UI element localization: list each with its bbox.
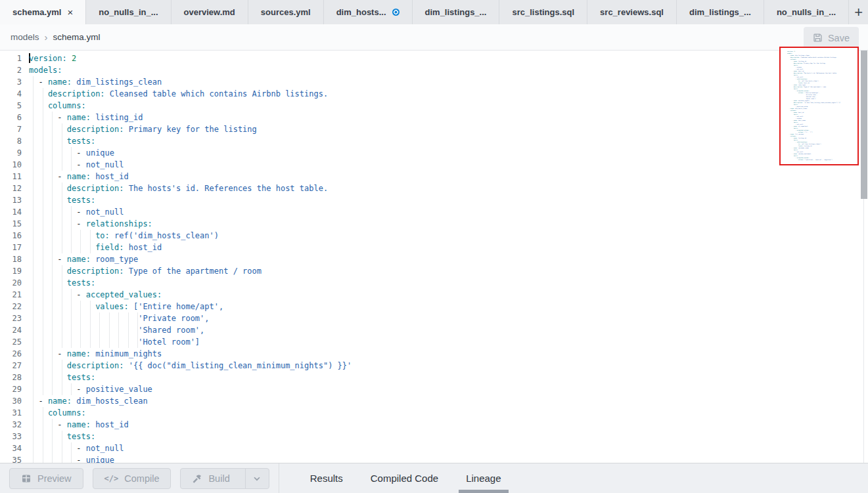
panel-tab-label: Compiled Code: [371, 473, 438, 484]
minimap[interactable]: version: 2models: - name: dim_listings_c…: [779, 47, 859, 165]
line-number: 11: [0, 171, 29, 182]
tab-bar: schema.yml×no_nulls_in_...overview.mdsou…: [0, 0, 868, 24]
code-line: description: The hosts's id. References …: [29, 182, 868, 194]
code-line: - name: room_type: [29, 253, 868, 265]
panel-tab-lineage[interactable]: Lineage: [452, 463, 514, 493]
editor-tab-label: dim_hosts...: [336, 7, 386, 17]
code-line: - not_null: [29, 206, 868, 218]
new-tab-button[interactable]: +: [849, 0, 868, 24]
panel-tab-label: Results: [310, 473, 343, 484]
editor-tabs: schema.yml×no_nulls_in_...overview.mdsou…: [0, 0, 849, 24]
build-button-label: Build: [208, 473, 229, 484]
line-number: 26: [0, 348, 29, 360]
editor-tab-label: no_nulls_in_...: [99, 7, 158, 17]
code-line: - name: dim_listings_clean: [29, 76, 868, 88]
code-line: - name: host_id: [29, 171, 868, 182]
code-line: - name: minimum_nights: [29, 348, 868, 360]
line-number: 6: [0, 112, 29, 123]
build-dropdown-button[interactable]: [245, 469, 269, 488]
editor-tab[interactable]: no_nulls_in_...: [86, 0, 171, 24]
editor-tab[interactable]: overview.md: [171, 0, 248, 24]
code-line: - accepted_values:: [29, 289, 868, 301]
scrollbar-track: [863, 199, 864, 463]
panel-divider: [279, 463, 279, 493]
compile-button[interactable]: </> Compile: [93, 468, 171, 489]
editor-tab[interactable]: schema.yml×: [0, 0, 86, 24]
editor-tab[interactable]: dim_listings_...: [413, 0, 500, 24]
code-brackets-icon: </>: [104, 474, 119, 483]
line-number: 27: [0, 360, 29, 372]
line-number: 9: [0, 147, 29, 159]
editor-tab[interactable]: src_listings.sql: [499, 0, 587, 24]
close-icon[interactable]: ×: [67, 7, 73, 17]
line-number: 24: [0, 324, 29, 336]
floppy-disk-icon: [813, 33, 823, 43]
panel-tab-label: Lineage: [466, 473, 501, 484]
chevron-down-icon: [252, 474, 262, 483]
code-content[interactable]: version: 2models:- name: dim_listings_cl…: [29, 51, 868, 463]
code-line: - not_null: [29, 159, 868, 171]
line-number: 30: [0, 395, 29, 407]
line-number: 7: [0, 123, 29, 135]
code-line: description: Primary key for the listing: [29, 123, 868, 135]
modified-dot-icon: [392, 9, 400, 16]
line-number: 13: [0, 194, 29, 206]
code-line: values: ['Entire home/apt',: [29, 301, 868, 312]
code-line: - unique: [29, 454, 868, 463]
editor-tab-label: no_nulls_in_...: [777, 7, 836, 17]
panel-tab-results[interactable]: Results: [296, 463, 357, 493]
code-line: - name: listing_id: [29, 112, 868, 123]
code-line: - not_null: [29, 442, 868, 454]
line-number: 5: [0, 100, 29, 112]
build-button-group: Build: [180, 468, 269, 489]
editor-tab[interactable]: dim_hosts...: [324, 0, 413, 24]
line-number: 21: [0, 289, 29, 301]
bottom-panel: Preview </> Compile Build ResultsCompile…: [0, 463, 868, 493]
result-panel-tabs: ResultsCompiled CodeLineage: [296, 463, 515, 493]
line-number: 4: [0, 88, 29, 100]
compile-button-label: Compile: [124, 473, 159, 484]
panel-tab-compiled-code[interactable]: Compiled Code: [357, 463, 452, 493]
vertical-scrollbar: [860, 51, 868, 463]
minimap-line: values: ['positive', 'neutral', 'negativ…: [787, 159, 857, 161]
line-number: 23: [0, 312, 29, 324]
code-line: tests:: [29, 135, 868, 147]
code-line: version: 2: [29, 53, 868, 64]
build-button[interactable]: Build: [181, 469, 239, 488]
code-line: tests:: [29, 431, 868, 442]
line-number: 1: [0, 53, 29, 64]
save-button[interactable]: Save: [804, 27, 859, 49]
code-line: - relationships:: [29, 218, 868, 230]
code-line: models:: [29, 64, 868, 76]
code-line: - name: dim_hosts_clean: [29, 395, 868, 407]
line-number: 18: [0, 253, 29, 265]
editor-tab-label: overview.md: [184, 7, 235, 17]
editor-tab-label: schema.yml: [12, 7, 61, 17]
editor-tab-label: src_reviews.sql: [600, 7, 664, 17]
line-number: 25: [0, 336, 29, 348]
editor-tab[interactable]: no_nulls_in_...: [764, 0, 849, 24]
line-number: 17: [0, 242, 29, 253]
preview-button-label: Preview: [37, 473, 72, 484]
scrollbar-thumb[interactable]: [861, 51, 867, 199]
editor-tab[interactable]: src_reviews.sql: [587, 0, 677, 24]
code-line: description: '{{ doc("dim_listing_clean_…: [29, 360, 868, 372]
editor-tab[interactable]: sources.yml: [248, 0, 324, 24]
line-number: 31: [0, 407, 29, 419]
line-number: 16: [0, 230, 29, 242]
line-number: 33: [0, 431, 29, 442]
line-number: 8: [0, 135, 29, 147]
line-number: 19: [0, 265, 29, 277]
editor-tab-label: sources.yml: [261, 7, 311, 17]
preview-button[interactable]: Preview: [9, 468, 83, 489]
code-line: description: Type of the apartment / roo…: [29, 265, 868, 277]
code-line: 'Shared room',: [29, 324, 868, 336]
plus-icon: +: [854, 4, 863, 21]
table-grid-icon: [21, 473, 32, 484]
code-editor[interactable]: 1234567891011121314151617181920212223242…: [0, 51, 868, 463]
breadcrumb-item-models[interactable]: models: [11, 32, 39, 42]
line-number: 20: [0, 277, 29, 289]
line-number: 29: [0, 383, 29, 395]
editor-tab[interactable]: dim_listings_...: [677, 0, 764, 24]
code-line: tests:: [29, 277, 868, 289]
